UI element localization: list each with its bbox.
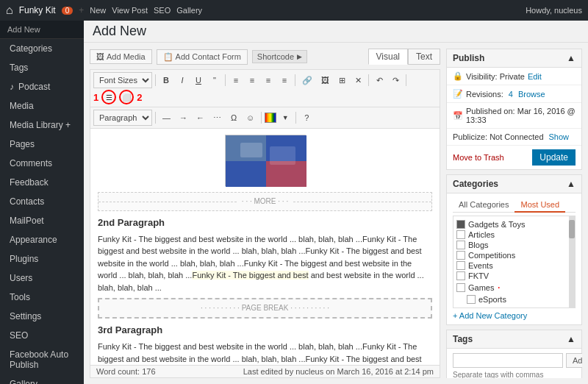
insert-image-button[interactable]: 🖼 (318, 74, 333, 87)
sidebar-item-tools[interactable]: Tools (0, 288, 84, 307)
category-label: Articles (468, 230, 495, 239)
italic-button[interactable]: I (175, 74, 190, 87)
more-break: · · · MORE · · · (98, 192, 432, 211)
sidebar-item-tags[interactable]: Tags (0, 58, 84, 77)
add-media-button[interactable]: 🖼 Add Media (90, 49, 152, 64)
editor-image (98, 135, 432, 186)
most-used-tab[interactable]: Most Used (514, 198, 565, 213)
text-color-button[interactable] (265, 113, 276, 123)
font-sizes-select[interactable]: Font Sizes (93, 72, 152, 88)
align-right-button[interactable]: ≡ (261, 74, 276, 87)
category-checkbox[interactable] (456, 261, 465, 270)
tags-title: Tags (453, 334, 473, 344)
move-to-trash-link[interactable]: Move to Trash (453, 153, 504, 162)
sidebar-item-media[interactable]: Media (0, 96, 84, 115)
outdent-button[interactable]: ← (193, 111, 208, 124)
published-on-label: Published on: Mar 16, 2016 @ 13:33 (466, 107, 576, 124)
align-justify-button[interactable]: ≡ (277, 74, 292, 87)
sidebar-item-label: Tags (10, 63, 28, 73)
more-button[interactable]: ⋯ (209, 111, 225, 125)
highlighted-text: Funky Kit - The biggest and best (192, 271, 308, 280)
paragraph-select[interactable]: Paragraph (93, 110, 152, 126)
sidebar-item-label: Media Library + (10, 120, 71, 130)
new-link[interactable]: New (90, 6, 106, 15)
sidebar-item-contacts[interactable]: Contacts (0, 192, 84, 211)
add-contact-form-button[interactable]: 📋 Add Contact Form (157, 49, 248, 65)
seo-link[interactable]: SEO (154, 6, 171, 15)
para-2-heading: 2nd Paragraph (98, 216, 432, 231)
sidebar-item-podcast[interactable]: ♪ Podcast (0, 77, 84, 96)
add-new-category-link[interactable]: + Add New Category (453, 311, 576, 320)
sidebar-item-feedback[interactable]: Feedback (0, 173, 84, 192)
visual-tab[interactable]: Visual (368, 49, 408, 65)
sidebar-item-facebook-auto-publish[interactable]: Facebook Auto Publish (0, 345, 84, 374)
sidebar-item-gallery[interactable]: Gallery (0, 374, 84, 384)
gallery-link[interactable]: Gallery (176, 6, 202, 15)
sidebar-item-label: Appearance (10, 235, 57, 245)
sidebar-item-seo[interactable]: SEO (0, 326, 84, 345)
sidebar-item-users[interactable]: Users (0, 269, 84, 288)
toggle-publish-icon[interactable]: ▲ (567, 53, 576, 63)
link-button[interactable]: 🔗 (298, 74, 316, 88)
align-left-button[interactable]: ≡ (229, 74, 243, 87)
category-checkbox[interactable] (456, 283, 465, 292)
sidebar-item-label: Settings (10, 311, 41, 321)
toggle-categories-icon[interactable]: ▲ (567, 179, 576, 189)
distraction-free-button[interactable]: ⬜ (119, 90, 134, 104)
editor-body[interactable]: · · · MORE · · · 2nd Paragraph Funky Kit… (90, 129, 440, 365)
sidebar-item-comments[interactable]: Comments (0, 154, 84, 173)
revisions-count[interactable]: 4 (509, 90, 513, 99)
help-button[interactable]: ? (299, 111, 314, 124)
special-chars-button[interactable]: Ω (226, 111, 241, 124)
align-center-button[interactable]: ≡ (245, 74, 259, 87)
blockquote-button[interactable]: " (207, 74, 222, 87)
sidebar-item-appearance[interactable]: Appearance (0, 230, 84, 249)
remove-format-button[interactable]: ✕ (351, 74, 365, 88)
sidebar-item-mailpoet[interactable]: MailPoet (0, 211, 84, 230)
toggle-toolbar-button[interactable]: ☰ (101, 90, 116, 104)
table-button[interactable]: ⊞ (334, 74, 349, 88)
shortcode-label: Shortcode (257, 52, 294, 61)
category-checkbox[interactable] (456, 271, 465, 280)
sidebar-item-plugins[interactable]: Plugins (0, 249, 84, 269)
revisions-icon: 📝 (453, 89, 463, 99)
sidebar-item-settings[interactable]: Settings (0, 307, 84, 326)
view-post-link[interactable]: View Post (112, 6, 148, 15)
sidebar-item-pages[interactable]: Pages (0, 135, 84, 154)
emoji-button[interactable]: ☺ (243, 111, 258, 124)
categories-scrollbar[interactable] (569, 216, 575, 307)
revisions-browse-link[interactable]: Browse (518, 90, 545, 99)
category-label: Blogs (468, 241, 489, 249)
update-button[interactable]: Update (532, 149, 576, 166)
site-name[interactable]: Funky Kit (19, 5, 56, 15)
visibility-edit-link[interactable]: Edit (528, 72, 542, 81)
category-checkbox[interactable] (456, 241, 465, 249)
sidebar-item-label: Feedback (10, 177, 49, 188)
category-checkbox[interactable] (467, 295, 476, 304)
add-tag-button[interactable]: Add (566, 353, 582, 368)
category-checkbox[interactable] (456, 251, 465, 260)
underline-button[interactable]: U (191, 74, 206, 87)
category-checkbox[interactable] (456, 220, 465, 229)
categories-box: Categories ▲ All Categories Most Used Ga… (446, 174, 582, 325)
category-checkbox[interactable] (456, 230, 465, 239)
indent-button[interactable]: → (176, 111, 191, 124)
sidebar-item-categories[interactable]: Categories (0, 39, 84, 58)
redo-button[interactable]: ↷ (388, 74, 403, 88)
bold-button[interactable]: B (159, 74, 173, 87)
publicize-show-link[interactable]: Show (549, 132, 570, 141)
hr-button[interactable]: — (159, 111, 174, 124)
category-blogs: Blogs (456, 240, 572, 250)
visibility-row: 🔒 Visibility: Private Edit (447, 68, 581, 85)
category-label: Events (468, 261, 493, 270)
toggle-tags-icon[interactable]: ▲ (567, 334, 576, 344)
tags-input[interactable] (453, 353, 563, 368)
page-break: · · · · · · · · · · PAGE BREAK · · · · ·… (98, 298, 432, 319)
svg-rect-3 (240, 143, 262, 157)
all-categories-tab[interactable]: All Categories (453, 198, 514, 212)
undo-button[interactable]: ↶ (372, 74, 387, 88)
text-tab[interactable]: Text (408, 49, 440, 65)
annotation-1-label: 1 (93, 92, 98, 103)
color-arrow-button[interactable]: ▼ (278, 112, 293, 124)
sidebar-item-media-library[interactable]: Media Library + (0, 115, 84, 135)
